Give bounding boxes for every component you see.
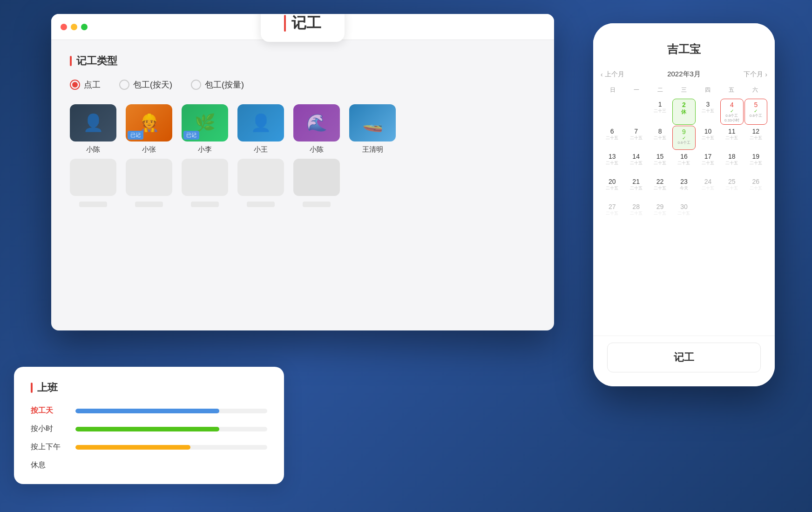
cal-day-29[interactable]: 29 二十五 — [649, 201, 671, 225]
radio-group: 点工 包工(按天) 包工(按量) — [70, 79, 535, 90]
day-lunar: 二十五 — [630, 160, 643, 166]
placeholder-row — [70, 159, 535, 207]
day-lunar: 二十三 — [654, 108, 666, 114]
radio-baogong-qty[interactable]: 包工(按量) — [191, 79, 244, 90]
cal-day-empty — [697, 201, 719, 225]
cal-day-12[interactable]: 12 二十五 — [744, 126, 767, 150]
placeholder-name — [79, 202, 107, 207]
worker-avatar-6: 🚤 — [349, 104, 396, 141]
placeholder-name — [247, 202, 275, 207]
schedule-item-rest: 休息 — [31, 460, 267, 470]
prev-month-btn[interactable]: ‹ 上个月 — [601, 70, 624, 79]
cal-day-empty — [720, 201, 743, 225]
cal-day-7[interactable]: 7 二十五 — [624, 126, 647, 150]
cal-day-26[interactable]: 26 二十五 — [744, 176, 767, 200]
day-tag: 休 — [681, 108, 686, 115]
worker-item[interactable]: 👤 小王 — [237, 104, 284, 154]
placeholder-avatar — [70, 159, 116, 196]
calendar-days: 1 二十三 2 休 3 二十五 4 ✓ 0.6个工0.33小时 5 — [601, 99, 767, 250]
day-num: 18 — [728, 153, 736, 160]
day-num: 27 — [609, 203, 616, 210]
cal-day-15[interactable]: 15 二十五 — [649, 151, 671, 175]
placeholder-avatar — [293, 159, 340, 196]
cal-day-2[interactable]: 2 休 — [672, 99, 695, 125]
weekday-tue: 二 — [648, 84, 672, 96]
cal-day-16[interactable]: 16 二十五 — [672, 151, 695, 175]
cal-day-27[interactable]: 27 二十五 — [601, 201, 623, 225]
worker-item[interactable]: 👷 已记 小张 — [126, 104, 172, 154]
day-num: 11 — [728, 128, 736, 135]
cal-day-19[interactable]: 19 二十五 — [744, 151, 767, 175]
cal-day-4[interactable]: 4 ✓ 0.6个工0.33小时 — [720, 99, 743, 125]
day-num: 1 — [658, 101, 662, 108]
day-info: 0.6个工 — [750, 114, 762, 118]
cal-day-25[interactable]: 25 二十五 — [720, 176, 743, 200]
prev-month-label: 上个月 — [605, 70, 624, 79]
cal-day-10[interactable]: 10 二十五 — [697, 126, 719, 150]
day-num: 10 — [704, 128, 712, 135]
cal-day-28[interactable]: 28 二十五 — [624, 201, 647, 225]
weekday-sun: 日 — [601, 84, 624, 96]
cal-day-30[interactable]: 30 二十五 — [672, 201, 695, 225]
placeholder-name — [191, 202, 219, 207]
cal-day-3[interactable]: 3 二十五 — [697, 99, 719, 125]
schedule-items: 按工天 按小时 按上下午 休息 — [31, 406, 267, 470]
calendar-weekdays: 日 一 二 三 四 五 六 — [601, 84, 767, 96]
radio-diangong[interactable]: 点工 — [70, 79, 101, 90]
cal-day-23[interactable]: 23 今天 — [672, 176, 695, 200]
phone-content: 吉工宝 ‹ 上个月 2022年3月 下个月 › 日 一 二 三 四 五 — [593, 23, 775, 386]
cal-day-13[interactable]: 13 二十五 — [601, 151, 623, 175]
cal-day-9[interactable]: 9 ✓ 0.6个工 — [672, 126, 695, 150]
day-lunar: 二十五 — [725, 185, 738, 191]
worker-item[interactable]: 🚤 王清明 — [349, 104, 396, 154]
close-button[interactable] — [61, 24, 67, 30]
day-lunar: 二十五 — [677, 210, 690, 216]
day-num: 28 — [632, 203, 640, 210]
calendar: ‹ 上个月 2022年3月 下个月 › 日 一 二 三 四 五 六 — [593, 64, 775, 336]
radio-baogong-qty-circle[interactable] — [191, 80, 201, 90]
next-month-btn[interactable]: 下个月 › — [744, 70, 767, 79]
cal-day-22[interactable]: 22 二十五 — [649, 176, 671, 200]
day-lunar: 二十五 — [725, 160, 738, 166]
cal-day-1[interactable]: 1 二十三 — [649, 99, 671, 125]
day-num: 14 — [632, 153, 640, 160]
cal-day-empty — [744, 201, 767, 225]
worker-name-3: 小李 — [198, 145, 212, 154]
radio-diangong-circle[interactable] — [70, 80, 80, 90]
day-lunar: 二十五 — [654, 160, 666, 166]
chevron-right-icon: › — [765, 71, 767, 78]
chevron-left-icon: ‹ — [601, 71, 603, 78]
schedule-label-day: 按工天 — [31, 406, 68, 416]
day-num: 20 — [609, 178, 616, 185]
cal-day-5[interactable]: 5 ✓ 0.6个工 — [744, 99, 767, 125]
day-num: 6 — [610, 128, 614, 135]
day-info: 0.6个工0.33小时 — [724, 114, 739, 122]
cal-day-6[interactable]: 6 二十五 — [601, 126, 623, 150]
app-title-icon — [284, 15, 286, 32]
check-icon: ✓ — [730, 108, 734, 114]
cal-day-14[interactable]: 14 二十五 — [624, 151, 647, 175]
cal-day-20[interactable]: 20 二十五 — [601, 176, 623, 200]
cal-day-17[interactable]: 17 二十五 — [697, 151, 719, 175]
day-num: 5 — [754, 101, 758, 108]
app-title-bar: 记工 — [261, 14, 345, 42]
day-num: 17 — [704, 153, 712, 160]
minimize-button[interactable] — [71, 24, 77, 30]
cal-day-8[interactable]: 8 二十五 — [649, 126, 671, 150]
schedule-title-bar-icon — [31, 383, 33, 393]
worker-item[interactable]: 👤 小陈 — [70, 104, 116, 154]
worker-item[interactable]: 🌿 已记 小李 — [182, 104, 228, 154]
cal-day-24[interactable]: 24 二十五 — [697, 176, 719, 200]
maximize-button[interactable] — [81, 24, 88, 30]
radio-baogong-day-label: 包工(按天) — [133, 79, 172, 90]
window-content: 记工类型 点工 包工(按天) 包工(按量) 👤 小陈 — [51, 40, 554, 221]
radio-baogong-day[interactable]: 包工(按天) — [119, 79, 172, 90]
jiugong-button[interactable]: 记工 — [607, 343, 761, 372]
worker-item[interactable]: 🌊 小陈 — [293, 104, 340, 154]
cal-day-11[interactable]: 11 二十五 — [720, 126, 743, 150]
cal-day-21[interactable]: 21 二十五 — [624, 176, 647, 200]
radio-baogong-day-circle[interactable] — [119, 80, 129, 90]
cal-day-18[interactable]: 18 二十五 — [720, 151, 743, 175]
phone-app-title: 吉工宝 — [602, 42, 765, 57]
day-num: 23 — [680, 178, 688, 185]
